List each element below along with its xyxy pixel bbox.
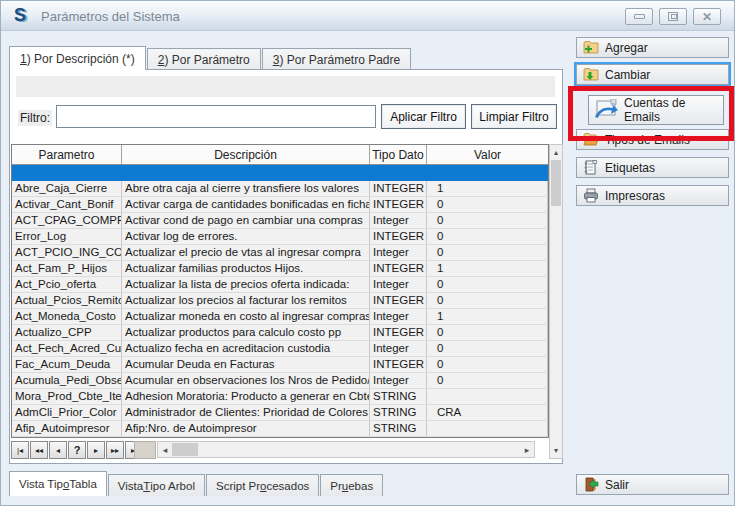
- scroll-left-icon[interactable]: ◂: [158, 445, 172, 455]
- clear-filter-button[interactable]: Limpiar Filtro: [471, 104, 557, 129]
- horizontal-scrollbar[interactable]: ◂ ▸: [157, 441, 535, 458]
- cuentas-de-emails-button[interactable]: Cuentas de Emails: [588, 95, 724, 125]
- column-header-valor[interactable]: Valor: [427, 145, 548, 164]
- nav-next-page-button[interactable]: ▸▸: [106, 441, 124, 459]
- table-row[interactable]: ACT_PCIO_ING_COMActualizar el precio de …: [12, 245, 548, 261]
- table-row[interactable]: Afip_AutoimpresorAfip:Nro. de Autoimpres…: [12, 421, 548, 437]
- scroll-down-icon[interactable]: ▾: [550, 443, 562, 458]
- folder-plus-icon: [583, 40, 599, 55]
- table-row[interactable]: Activar_Cant_BonifActivar carga de canti…: [12, 197, 548, 213]
- table-cell: Actualizar familias productos Hijos.: [122, 261, 370, 276]
- agregar-button-label: Agregar: [605, 41, 648, 55]
- table-cell: Actualizar moneda en costo al ingresar c…: [122, 309, 370, 324]
- table-cell: Actualizar productos para calculo costo …: [122, 325, 370, 340]
- nav-next-button[interactable]: ▸: [87, 441, 105, 459]
- horizontal-scroll-thumb[interactable]: [172, 443, 198, 456]
- column-header-descripcion[interactable]: Descripción: [122, 145, 370, 164]
- title-bar[interactable]: S Parámetros del Sistema ✕: [1, 1, 735, 31]
- table-row[interactable]: Act_Fech_Acred_CustActualizo fecha en ac…: [12, 341, 548, 357]
- tab-label: Vista Tip: [19, 478, 63, 490]
- maximize-button[interactable]: [659, 8, 687, 25]
- folder-down-arrow-icon: [583, 67, 599, 82]
- vertical-scroll-thumb[interactable]: [551, 160, 561, 206]
- tab-por-parametro[interactable]: 2) Por Parámetro: [147, 48, 261, 70]
- nav-prior-button[interactable]: ◂: [49, 441, 67, 459]
- close-button[interactable]: ✕: [693, 8, 721, 25]
- apply-filter-button[interactable]: Aplicar Filtro: [381, 104, 466, 129]
- nav-help-button[interactable]: ?: [68, 441, 86, 459]
- table-cell: [12, 437, 122, 438]
- minimize-button[interactable]: [625, 8, 653, 25]
- table-cell: Administrador de Clientes: Prioridad de …: [122, 405, 370, 420]
- table-cell: INTEGER: [370, 293, 427, 308]
- nav-prior-page-button[interactable]: ◂◂: [30, 441, 48, 459]
- description-search-bar: [16, 76, 555, 97]
- table-cell: [122, 437, 370, 438]
- table-row[interactable]: Mora_Prod_Cbte_ItemAdhesion Moratoria: P…: [12, 389, 548, 405]
- salir-button[interactable]: Salir: [576, 474, 729, 495]
- vertical-scrollbar[interactable]: ▴ ▾: [549, 144, 563, 459]
- labels-icon: [583, 160, 599, 175]
- table-row[interactable]: Actual_Pcios_RemitosActualizar los preci…: [12, 293, 548, 309]
- table-cell: Integer: [370, 341, 427, 356]
- table-cell: Actualizar la lista de precios oferta in…: [122, 277, 370, 292]
- filter-input[interactable]: [56, 105, 376, 128]
- tipos-de-emails-button[interactable]: Tipos de Emails: [576, 129, 729, 150]
- tab-por-descripcion[interactable]: 1) Por Descripción (*): [9, 46, 146, 70]
- tab-por-parametro-padre[interactable]: 3) Por Parámetro Padre: [262, 48, 411, 70]
- table-cell: Acumular en observaciones los Nros de Pe…: [122, 373, 370, 388]
- table-cell: [427, 421, 548, 436]
- nav-first-button[interactable]: |◂: [11, 441, 29, 459]
- etiquetas-button[interactable]: Etiquetas: [576, 157, 729, 178]
- table-row[interactable]: AdmCli_Prior_ColorAdministrador de Clien…: [12, 405, 548, 421]
- table-cell: Error_Log: [12, 229, 122, 244]
- table-row[interactable]: Acumula_Pedi_ObseAcumular en observacion…: [12, 373, 548, 389]
- email-accounts-icon: [593, 99, 619, 121]
- tab-label: Pr: [330, 480, 342, 492]
- table-cell: ACT_PCIO_ING_COM: [12, 245, 122, 260]
- table-cell: Activar carga de cantidades bonificadas …: [122, 197, 370, 212]
- table-row[interactable]: Act_Pcio_ofertaActualizar la lista de pr…: [12, 277, 548, 293]
- scroll-right-icon[interactable]: ▸: [520, 445, 534, 455]
- table-row[interactable]: Fac_Acum_DeudaAcumular Deuda en Facturas…: [12, 357, 548, 373]
- table-cell: Afip_Autoimpresor: [12, 421, 122, 436]
- table-cell: STRING: [370, 389, 427, 404]
- tab-accel: 2: [158, 53, 165, 67]
- table-cell: Acumular Deuda en Facturas: [122, 357, 370, 372]
- table-cell: 1: [427, 181, 548, 196]
- parameters-grid: Parametro Descripción Tipo Dato Valor Ab…: [11, 144, 549, 438]
- table-row[interactable]: Act_Moneda_CostoActualizar moneda en cos…: [12, 309, 548, 325]
- column-header-parametro[interactable]: Parametro: [12, 145, 122, 164]
- tab-vista-tipo-arbol[interactable]: Vista Tipo Arbol: [108, 474, 205, 496]
- impresoras-button[interactable]: Impresoras: [576, 185, 729, 206]
- table-cell: Actualizar los precios al facturar los r…: [122, 293, 370, 308]
- table-cell: 1: [427, 261, 548, 276]
- table-row[interactable]: Abre_Caja_CierreAbre otra caja al cierre…: [12, 181, 548, 197]
- table-cell: INTEGER: [370, 197, 427, 212]
- table-cell: 0: [427, 213, 548, 228]
- table-row[interactable]: ACT_CPAG_COMPRAActivar cond de pago en c…: [12, 213, 548, 229]
- tab-script-procesados[interactable]: Script Procesados: [206, 474, 319, 496]
- column-header-tipo-dato[interactable]: Tipo Dato: [370, 145, 427, 164]
- scroll-up-icon[interactable]: ▴: [550, 145, 562, 160]
- table-row[interactable]: Act_Fam_P_HijosActualizar familias produ…: [12, 261, 548, 277]
- maximize-icon: [668, 12, 678, 21]
- printer-icon: [583, 188, 599, 203]
- table-row[interactable]: [12, 437, 548, 438]
- table-cell: Acumula_Pedi_Obse: [12, 373, 122, 388]
- tab-vista-tipo-tabla[interactable]: Vista Tipo Tabla: [9, 471, 107, 496]
- table-cell: 0: [427, 245, 548, 260]
- agregar-button[interactable]: Agregar: [576, 37, 729, 58]
- table-cell: Adhesion Moratoria: Producto a generar e…: [122, 389, 370, 404]
- cambiar-button[interactable]: Cambiar: [576, 64, 729, 85]
- table-cell: [427, 437, 548, 438]
- table-cell: Integer: [370, 245, 427, 260]
- table-row[interactable]: Actualizo_CPPActualizar productos para c…: [12, 325, 548, 341]
- selected-row[interactable]: [12, 165, 548, 181]
- table-cell: Integer: [370, 213, 427, 228]
- table-cell: Integer: [370, 309, 427, 324]
- tab-label: ) Por Parámetro Padre: [279, 53, 400, 67]
- tab-pruebas[interactable]: Pruebas: [320, 474, 383, 496]
- impresoras-button-label: Impresoras: [605, 189, 665, 203]
- table-row[interactable]: Error_LogActivar log de errores.INTEGER0: [12, 229, 548, 245]
